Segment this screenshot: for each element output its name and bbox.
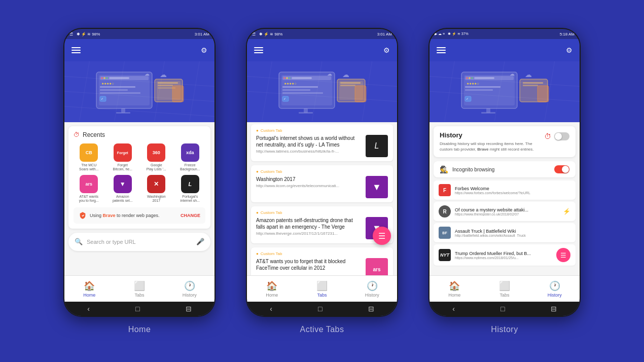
tab-title-4: AT&T wants you to forget that it blocked…: [256, 258, 362, 271]
recent-label-cb: The MCUSoars with...: [79, 163, 99, 172]
menu-icon-tabs[interactable]: [254, 47, 263, 53]
recent-item-washington[interactable]: ✕ Washington2017: [141, 175, 172, 203]
svg-line-3: [80, 61, 90, 121]
custom-tab-icon-2: ●: [256, 169, 259, 174]
tab-item-amazon[interactable]: ● Custom Tab Amazon patents self-destruc…: [251, 206, 393, 243]
history-item-nytimes[interactable]: NYT Trump Ordered Mueller Fired, but B..…: [434, 244, 576, 266]
nav-history-tabs[interactable]: 🕐 History: [347, 280, 397, 298]
tab-tag-4: ● Custom Tab: [256, 251, 388, 256]
nav-home-history[interactable]: 🏠 Home: [430, 280, 480, 298]
settings-icon-home[interactable]: ⚙: [201, 46, 207, 54]
nav-tabs-icon-tabs: ⬜: [316, 280, 328, 292]
phone-history-inner: ▶ ☁ ≡ ✱ ⚡ ≋ 37% 5:18 AM ⚙: [430, 29, 580, 316]
search-placeholder-home: Search or type URL: [87, 239, 192, 245]
recent-item-amazon[interactable]: ▼ Amazonpatents sel...: [108, 175, 138, 203]
recent-favicon-ars: ars: [80, 175, 98, 193]
recents-btn-history[interactable]: ⊟: [551, 305, 557, 313]
status-bar-tabs: ☰ ✱ ⚡ ≋ 98% 3:01 AM: [247, 29, 397, 39]
tab-item-washington[interactable]: ● Custom Tab Washington 2017 http://www.…: [251, 165, 393, 202]
home-btn-home[interactable]: □: [135, 305, 139, 313]
mic-icon-home[interactable]: 🎤: [196, 238, 204, 245]
tab-row-1: Portugal's internet shows us a world wit…: [256, 135, 388, 157]
recents-btn-home[interactable]: ⊟: [186, 305, 192, 313]
search-bar-home[interactable]: 🔍 Search or type URL 🎤: [68, 233, 210, 251]
status-left-history: ▶ ☁ ≡ ✱ ⚡ ≋ 37%: [435, 32, 469, 36]
svg-line-35: [362, 61, 372, 121]
nav-history-icon: 🕐: [184, 280, 195, 292]
custom-tab-icon-3: ●: [256, 210, 259, 215]
tab-tag-2: ● Custom Tab: [256, 169, 388, 174]
settings-icon-tabs[interactable]: ⚙: [383, 46, 390, 54]
phones-row: ☰ ✱ ⚡ ≋ 98% 3:01 AM ⚙: [63, 28, 581, 334]
recent-label-forget: ForgetBitcoin, he...: [113, 163, 132, 172]
recent-item-cb[interactable]: CB The MCUSoars with...: [74, 143, 104, 172]
tab-thumb-1: L: [366, 135, 388, 157]
tab-item-att[interactable]: ● Custom Tab AT&T wants you to forget th…: [251, 247, 393, 275]
home-btn-history[interactable]: □: [500, 305, 505, 313]
home-btn-tabs[interactable]: □: [318, 305, 322, 313]
history-favicon-nytimes: NYT: [439, 249, 451, 261]
history-title: History: [440, 131, 540, 139]
recents-header: ⏱ Recents: [74, 131, 205, 138]
app-header-tabs: ⚙: [247, 39, 397, 61]
nav-home-tabs[interactable]: 🏠 Home: [247, 280, 297, 298]
nav-home-icon: 🏠: [84, 280, 95, 292]
nav-home-home[interactable]: 🏠 Home: [64, 280, 115, 298]
back-btn-home[interactable]: ‹: [87, 305, 90, 313]
content-area-tabs: ● Custom Tab Portugal's internet shows u…: [247, 122, 397, 275]
system-nav-tabs: ‹ □ ⊟: [247, 302, 397, 316]
back-btn-history[interactable]: ‹: [452, 305, 455, 313]
history-toggle[interactable]: [554, 132, 569, 140]
nav-history-home[interactable]: 🕐 History: [164, 280, 214, 298]
nav-history-history[interactable]: 🕐 History: [529, 280, 580, 298]
history-item-register[interactable]: R Of course a mystery website attaki... …: [434, 202, 576, 221]
nav-home-label-tabs: Home: [266, 293, 278, 298]
history-favicon-register: R: [439, 205, 451, 218]
history-fab-nytimes[interactable]: ☰: [556, 248, 570, 262]
history-url-battlefield: http://battlefield.wikia.com/wiki/Assaul…: [455, 234, 570, 237]
history-clock-icon: ⏱: [544, 132, 551, 140]
recents-btn-tabs[interactable]: ⊟: [368, 305, 374, 313]
recent-item-xda[interactable]: xda FreezeBackgroun...: [175, 143, 206, 172]
recents-icon: ⏱: [74, 131, 80, 138]
nav-history-label-tabs: History: [365, 293, 379, 298]
nav-tabs-tabs[interactable]: ⬜ Tabs: [297, 280, 347, 298]
history-favicon-battlefield: BF: [439, 227, 451, 239]
phone-tabs-container: ☰ ✱ ⚡ ≋ 98% 3:01 AM ⚙: [246, 28, 398, 334]
history-item-battlefield[interactable]: BF Assault Truck | Battlefield Wiki http…: [434, 223, 576, 242]
tab-title-1: Portugal's internet shows us a world wit…: [256, 135, 362, 148]
bottom-nav-history: 🏠 Home ⬜ Tabs 🕐 History: [430, 275, 580, 302]
nav-tabs-home[interactable]: ⬜ Tabs: [115, 280, 165, 298]
nav-tabs-history[interactable]: ⬜ Tabs: [480, 280, 530, 298]
status-left-home: ☰ ✱ ⚡ ≋ 98%: [69, 32, 100, 37]
svg-line-4: [115, 61, 125, 121]
status-bar-home: ☰ ✱ ⚡ ≋ 98% 3:01 AM: [64, 29, 214, 39]
history-item-forbes[interactable]: F Forbes Welcome https://www.forbes.com/…: [434, 180, 576, 200]
recent-item-forget[interactable]: Forget ForgetBitcoin, he...: [108, 143, 138, 172]
settings-icon-history[interactable]: ⚙: [566, 46, 573, 54]
incognito-toggle[interactable]: [554, 165, 569, 173]
tabs-list: ● Custom Tab Portugal's internet shows u…: [247, 122, 397, 275]
search-icon-home: 🔍: [75, 238, 83, 245]
nav-tabs-label: Tabs: [135, 293, 145, 298]
history-content-nytimes: Trump Ordered Mueller Fired, but B... ht…: [455, 251, 552, 260]
history-content-forbes: Forbes Welcome https://www.forbes.com/fo…: [455, 186, 570, 195]
nav-tabs-icon-history: ⬜: [499, 280, 510, 292]
recent-item-ars[interactable]: ars AT&T wantsyou to forg...: [74, 175, 104, 203]
tab-item-portugal[interactable]: ● Custom Tab Portugal's internet shows u…: [251, 124, 393, 161]
change-button[interactable]: CHANGE: [181, 213, 200, 218]
fab-button-tabs[interactable]: ☰: [373, 227, 391, 245]
tab-row-3: Amazon patents self-destructing drone th…: [256, 217, 388, 239]
nav-tabs-label-history: Tabs: [500, 293, 510, 298]
history-content-battlefield: Assault Truck | Battlefield Wiki http://…: [455, 229, 570, 237]
menu-icon-home[interactable]: [71, 47, 81, 53]
recent-item-portugal[interactable]: L Portugal'sinternet sh...: [175, 175, 206, 203]
nav-home-label: Home: [83, 293, 95, 298]
menu-icon-history[interactable]: [437, 47, 446, 53]
status-time-home: 3:01 AM: [195, 32, 209, 37]
system-nav-history: ‹ □ ⊟: [430, 302, 580, 316]
back-btn-tabs[interactable]: ‹: [270, 305, 272, 313]
recent-favicon-cb: CB: [80, 143, 98, 162]
nav-history-icon-tabs: 🕐: [367, 280, 378, 292]
recent-item-360[interactable]: 360 GooglePlay Lists '...: [141, 143, 172, 172]
